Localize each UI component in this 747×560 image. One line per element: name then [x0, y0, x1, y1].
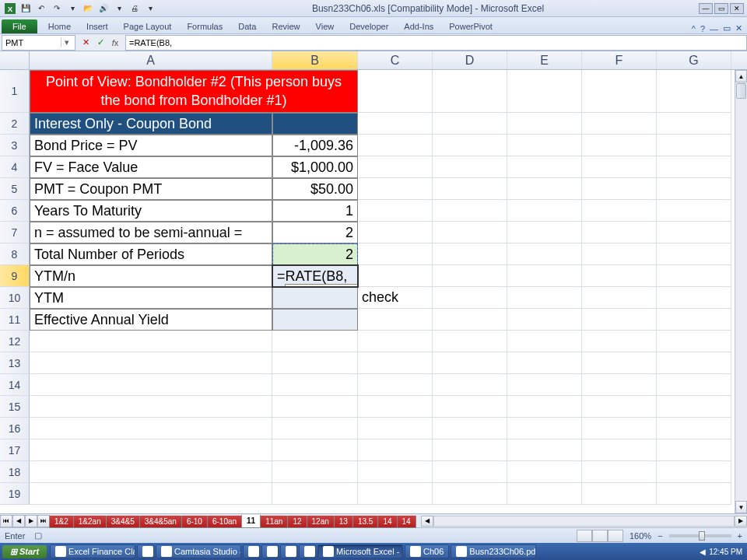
sheet-prev-icon[interactable]: ◀	[12, 515, 25, 527]
file-tab[interactable]: File	[2, 19, 37, 33]
tab-view[interactable]: View	[308, 19, 342, 33]
row-header-1[interactable]: 1	[0, 70, 30, 113]
ribbon-minimize-icon[interactable]: ^	[692, 24, 696, 33]
open-icon[interactable]: 📂	[81, 2, 95, 16]
excel-icon[interactable]: X	[3, 2, 17, 16]
row-header-9[interactable]: 9	[0, 265, 30, 287]
cell-D1[interactable]	[433, 70, 507, 113]
tab-page-layout[interactable]: Page Layout	[116, 19, 180, 33]
hscroll-track[interactable]	[433, 516, 735, 527]
cell-B8[interactable]: 2	[272, 243, 358, 265]
tab-insert[interactable]: Insert	[79, 19, 116, 33]
function-tooltip[interactable]: RATE(nper, pmt, pv, [fv], [type], [guess…	[285, 284, 358, 287]
start-button[interactable]: ⊞ Start	[2, 545, 47, 558]
qat-custom-icon[interactable]: ▾	[143, 2, 157, 16]
scroll-thumb[interactable]	[736, 83, 746, 99]
cell-A10[interactable]: YTM	[30, 287, 272, 309]
sheet-tab-12[interactable]: 12	[287, 516, 307, 528]
scroll-down-icon[interactable]: ▼	[735, 501, 747, 513]
cell-B11[interactable]	[272, 309, 358, 331]
workbook-restore-icon[interactable]: ▭	[723, 23, 731, 33]
cell-C10[interactable]: check	[358, 287, 433, 309]
zoom-slider[interactable]	[669, 534, 731, 537]
taskbar-item[interactable]: Busn233Ch06.pdf...	[451, 544, 536, 558]
cell-F1[interactable]	[582, 70, 657, 113]
taskbar-item[interactable]: Ch06	[405, 544, 449, 558]
row-header-15[interactable]: 15	[0, 396, 30, 418]
sheet-tab-14[interactable]: 14	[377, 516, 397, 528]
sheet-first-icon[interactable]: ⏮	[0, 515, 12, 527]
cell-A11[interactable]: Effective Annual Yield	[30, 309, 272, 331]
zoom-level[interactable]: 160%	[630, 531, 651, 541]
enter-icon[interactable]: ✓	[93, 36, 107, 50]
cell-A7[interactable]: n = assumed to be semi-annual =	[30, 222, 272, 243]
tab-formulas[interactable]: Formulas	[179, 19, 230, 33]
taskbar-item[interactable]	[137, 544, 154, 558]
system-tray[interactable]: ◀ 12:45 PM	[695, 548, 747, 556]
cell-B4[interactable]: $1,000.00	[272, 156, 358, 178]
view-normal-icon[interactable]	[577, 530, 592, 542]
taskbar-item[interactable]: Microsoft Excel - ...	[317, 544, 403, 558]
tray-icon[interactable]: ◀	[700, 548, 706, 556]
row-header-5[interactable]: 5	[0, 178, 30, 200]
tab-addins[interactable]: Add-Ins	[396, 19, 441, 33]
zoom-thumb[interactable]	[699, 531, 705, 541]
sheet-tab-13[interactable]: 13	[334, 516, 353, 528]
col-header-D[interactable]: D	[433, 51, 507, 69]
zoom-out-icon[interactable]: −	[658, 531, 662, 541]
tab-powerpivot[interactable]: PowerPivot	[441, 19, 500, 33]
undo-icon[interactable]: ↶	[34, 2, 48, 16]
col-header-F[interactable]: F	[582, 51, 657, 69]
cell-A4[interactable]: FV = Face Value	[30, 156, 272, 178]
sheet-tab-6-10[interactable]: 6-10	[181, 516, 208, 528]
row-header-12[interactable]: 12	[0, 331, 30, 352]
sheet-tab-14[interactable]: 14	[397, 516, 416, 528]
row-header-6[interactable]: 6	[0, 200, 30, 222]
col-header-C[interactable]: C	[358, 51, 433, 69]
row-header-4[interactable]: 4	[0, 156, 30, 178]
sheet-tab-1&2an[interactable]: 1&2an	[73, 516, 107, 528]
close-button[interactable]: ✕	[730, 3, 744, 14]
zoom-in-icon[interactable]: +	[738, 531, 742, 541]
taskbar-item[interactable]: Camtasia Studio - ...	[156, 544, 241, 558]
cell-A5[interactable]: PMT = Coupon PMT	[30, 178, 272, 200]
macro-record-icon[interactable]: ▢	[34, 530, 42, 541]
cell-A2[interactable]: Interest Only - Coupon Bond	[30, 113, 272, 135]
col-header-E[interactable]: E	[507, 51, 582, 69]
save-icon[interactable]: 💾	[19, 2, 33, 16]
sheet-tab-3&4&5[interactable]: 3&4&5	[106, 516, 140, 528]
formula-input[interactable]: =RATE(B8,	[125, 35, 747, 51]
sheet-tab-6-10an[interactable]: 6-10an	[207, 516, 242, 528]
cell-B3[interactable]: -1,009.36	[272, 135, 358, 156]
hscroll-left-icon[interactable]: ◀	[421, 516, 433, 527]
sheet-last-icon[interactable]: ⏭	[37, 515, 50, 527]
tab-developer[interactable]: Developer	[342, 19, 396, 33]
qat-btn[interactable]: ▾	[65, 2, 79, 16]
vertical-scrollbar[interactable]: ▲ ▼	[735, 70, 747, 513]
row-header-13[interactable]: 13	[0, 352, 30, 374]
row-header-18[interactable]: 18	[0, 461, 30, 483]
row-header-2[interactable]: 2	[0, 113, 30, 135]
taskbar-item[interactable]	[243, 544, 260, 558]
view-page-break-icon[interactable]	[608, 530, 623, 542]
sheet-tab-11[interactable]: 11	[241, 515, 261, 528]
name-box-dropdown-icon[interactable]: ▾	[61, 37, 72, 47]
hscroll-right-icon[interactable]: ▶	[735, 516, 747, 527]
cell-E1[interactable]	[507, 70, 582, 113]
row-header-19[interactable]: 19	[0, 483, 30, 505]
speak-icon[interactable]: 🔊	[96, 2, 110, 16]
cell-B2[interactable]	[272, 113, 358, 135]
row-header-16[interactable]: 16	[0, 418, 30, 439]
row-header-8[interactable]: 8	[0, 243, 30, 265]
workbook-min-icon[interactable]: —	[710, 24, 718, 33]
row-header-7[interactable]: 7	[0, 222, 30, 243]
cancel-icon[interactable]: ✕	[79, 36, 93, 50]
row-header-10[interactable]: 10	[0, 287, 30, 309]
cell-A8[interactable]: Total Number of Periods	[30, 243, 272, 265]
cell-B7[interactable]: 2	[272, 222, 358, 243]
cell-B9[interactable]: =RATE(B8, RATE(nper, pmt, pv, [fv], [typ…	[272, 265, 358, 287]
help-icon[interactable]: ?	[700, 24, 705, 33]
sheet-tab-3&4&5an[interactable]: 3&4&5an	[139, 516, 182, 528]
cell-B5[interactable]: $50.00	[272, 178, 358, 200]
sheet-tab-13.5[interactable]: 13.5	[352, 516, 378, 528]
